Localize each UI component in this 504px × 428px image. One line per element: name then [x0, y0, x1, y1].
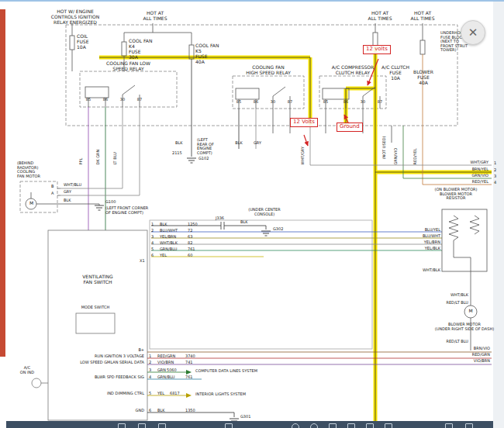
wire-label-redltblu: RED/LT BLU	[434, 301, 468, 305]
close-icon: ✕	[468, 26, 478, 40]
toolbar-icon-rotate[interactable]	[329, 423, 337, 428]
system-label-data-lines: COMPUTER DATA LINES SYSTEM	[195, 369, 257, 374]
wire-label-blk: BLK	[64, 198, 71, 203]
pin-letter-a: A	[51, 192, 54, 196]
connector-circuit: 63	[188, 235, 205, 240]
motor-letter: M	[467, 309, 475, 314]
pin-letter-b: B	[51, 185, 54, 189]
connector-circuit: 82	[188, 241, 205, 246]
wire-label-yelblk: YEL/BLK	[406, 247, 440, 251]
ground-label-g100: G100	[105, 200, 116, 205]
bottom-circuit: 6817	[170, 392, 188, 396]
ground-label-g301: G301	[240, 415, 250, 419]
ground-symbol-g100	[95, 205, 104, 210]
bottom-circuit: 761	[185, 375, 204, 380]
motor-letter: M	[28, 201, 35, 206]
annotation-12-volts-mid: 12 Volts	[290, 118, 318, 127]
wire-label-blk: BLK	[240, 220, 248, 225]
ground-location-g100: (LEFT FRONT CORNER OF ENGINE COMPT)	[105, 206, 148, 215]
right-row-label: GRN/VIO	[453, 174, 488, 178]
bottom-toolbar	[6, 421, 493, 428]
blower-resistor-icon	[442, 209, 487, 305]
wire-label-brnvio: BRN/VIO	[456, 347, 490, 351]
relay-clutch-label: A/C COMPRESSOR CLUTCH RELAY	[319, 65, 386, 76]
wire-label-bluyel: BLU/YEL	[406, 228, 440, 233]
bottom-color: VIO/BRN	[157, 361, 184, 365]
mode-switch-label: MODE SWITCH	[73, 305, 118, 310]
connector-pin: 5	[151, 247, 157, 252]
blower-fuse-label: BLOWER FUSE 40A	[409, 70, 437, 86]
ground-symbol-g102	[187, 158, 196, 163]
toolbar-icon-download[interactable]	[366, 423, 374, 428]
bottom-circuit: 1350	[185, 409, 204, 413]
relay-pin: 85	[322, 100, 330, 105]
wire-label-gry: GRY	[64, 190, 71, 195]
k5-fuse-label: COOL FAN K5 FUSE 40A	[195, 43, 225, 65]
right-row-label: BRN/YEL	[453, 167, 488, 172]
connector-circuit: 761	[188, 247, 205, 252]
right-row-num: 1	[494, 161, 502, 166]
relay-pin: 86	[102, 98, 109, 102]
bottom-pin: 4	[149, 375, 155, 380]
connector-color: YEL	[160, 254, 186, 258]
toolbar-icon-zoom-in[interactable]	[310, 423, 318, 428]
toolbar-icon-print[interactable]	[347, 423, 355, 428]
connector-color: BLU/WHT	[160, 229, 186, 233]
blower-resistor-label: (ON BLOWER MOTOR) BLOWER MOTOR RESISTOR	[425, 188, 487, 201]
relay-pin: 86	[342, 100, 350, 105]
wire-label-whtblk: WHT/BLK	[434, 293, 468, 298]
bottom-pin: 6	[149, 409, 155, 413]
annotation-12-volts-top: 12 volts	[363, 45, 391, 54]
bottom-pin: 1	[149, 354, 155, 359]
connector-x1: X1	[140, 259, 145, 264]
connector-color: BLK	[160, 223, 186, 227]
toolbar-icon-fullscreen[interactable]	[385, 423, 392, 428]
wire-label-blk: BLK	[230, 141, 248, 146]
control-module-outline	[150, 220, 372, 349]
toolbar-icon-pages[interactable]	[118, 423, 126, 428]
wire-label-blk: BLK	[175, 141, 189, 146]
wire-label-redgrn: RED/GRN	[456, 353, 490, 357]
ground-label-g302: G302	[273, 227, 283, 232]
bottom-color: RED/GRN	[157, 354, 184, 359]
row-label-gmlan: LOW SPEED GMLAN SERIAL DATA	[51, 361, 144, 365]
ground-location-g302: (UNDER CENTER CONSOLE)	[244, 208, 285, 216]
ground-location-g102: (LEFT REAR OF ENGINE COMPT)	[197, 138, 214, 155]
junction-j336: J336	[216, 216, 224, 221]
toolbar-icon-prev-page[interactable]	[445, 423, 453, 428]
coil-fuse-label: COIL FUSE 10A	[77, 34, 102, 50]
bplus-label: B+	[132, 348, 144, 353]
toolbar-icon-thumbnails[interactable]	[138, 423, 146, 428]
circuit-number: 2115	[172, 151, 189, 156]
bottom-pin: 3	[149, 368, 155, 373]
connector-pin: 3	[151, 235, 157, 240]
connector-pin: 2	[151, 229, 157, 233]
relay-pin: 85	[85, 98, 92, 102]
relay-pin: 87	[136, 98, 143, 102]
bottom-pin: 2	[149, 361, 155, 365]
relay-pin: 87	[286, 100, 294, 105]
wire-label-yelbrn: YEL/BRN	[406, 240, 440, 245]
wire-label-redltblu: RED/LT BLU	[434, 340, 468, 344]
row-label-blwr-feedback: BLWR SPD FEEDBACK SIG	[65, 375, 144, 380]
relay-high-label: COOLING FAN HIGH SPEED RELAY	[233, 65, 304, 76]
wire-label-redyel: RED/YEL	[413, 148, 418, 164]
row-label-ind-dimming: IND DIMMING CTRL	[73, 392, 144, 396]
relay-pin: 30	[269, 100, 277, 105]
blower-motor-label: BLOWER MOTOR (UNDER RIGHT SIDE OF DASH)	[431, 323, 498, 331]
toolbar-icon-image[interactable]	[225, 423, 233, 428]
power-label-hot1: HOT AT ALL TIMES	[138, 11, 172, 22]
toolbar-icon-zoom-out[interactable]	[292, 423, 299, 428]
connector-circuit: 1250	[188, 223, 205, 227]
toolbar-icon-next-page[interactable]	[465, 423, 473, 428]
close-button[interactable]: ✕	[461, 20, 485, 45]
connector-pin: 4	[151, 241, 157, 246]
connector-pin: 1	[151, 223, 157, 227]
wiring-diagram-viewer: HOT W/ ENGINE CONTROLS IGNITION RELAY EN…	[0, 0, 504, 428]
bottom-circuit: 3740	[185, 354, 204, 359]
toolbar-icon-search[interactable]	[158, 423, 166, 428]
gnd-label: GND	[129, 409, 144, 413]
power-label-hot2: HOT AT ALL TIMES	[363, 11, 397, 22]
wire-label-gry: GRY	[248, 141, 267, 146]
annotation-ground: Ground	[337, 123, 363, 132]
